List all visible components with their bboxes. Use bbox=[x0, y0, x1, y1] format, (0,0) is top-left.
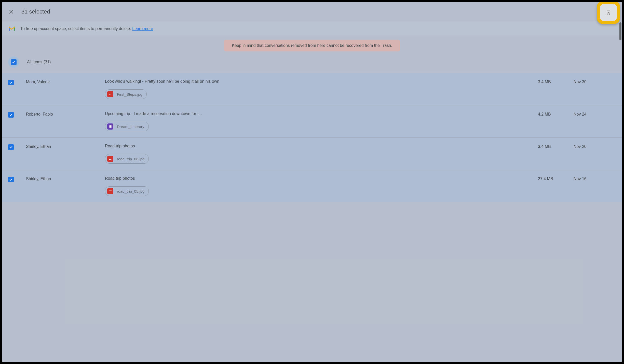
info-text-content: To free up account space, select items t… bbox=[20, 26, 132, 31]
selection-toolbar: 31 selected bbox=[2, 2, 367, 21]
svg-rect-8 bbox=[109, 127, 110, 128]
attachment-name: road_trip_05.jpg bbox=[117, 189, 144, 193]
check-icon bbox=[9, 80, 13, 85]
svg-rect-5 bbox=[110, 125, 112, 126]
sender: Roberto, Fabio bbox=[26, 111, 105, 117]
close-icon[interactable] bbox=[8, 9, 14, 15]
subject: Road trip photos bbox=[105, 144, 367, 148]
list-item[interactable]: Roberto, Fabio Upcoming trip - I made a … bbox=[2, 105, 367, 137]
list-item[interactable]: Shirley, Ethan Road trip photos road_tri… bbox=[2, 170, 367, 202]
sender: Shirley, Ethan bbox=[26, 176, 105, 181]
attachment-name: Dream_Itinerary bbox=[117, 124, 144, 129]
image-icon bbox=[107, 156, 113, 162]
attachment-chip[interactable]: road_trip_05.jpg bbox=[105, 186, 149, 196]
select-all-checkbox[interactable] bbox=[11, 59, 17, 65]
svg-point-10 bbox=[109, 190, 110, 190]
row-checkbox[interactable] bbox=[8, 177, 14, 182]
subject: Look who's walking! - Pretty soon he'll … bbox=[105, 79, 367, 84]
svg-rect-6 bbox=[109, 126, 110, 127]
sender: Shirley, Ethan bbox=[26, 144, 105, 149]
attachment-name: First_Steps.jpg bbox=[117, 92, 142, 96]
check-icon bbox=[9, 113, 13, 117]
item-list: Mom, Valerie Look who's walking! - Prett… bbox=[2, 73, 367, 202]
svg-rect-4 bbox=[109, 125, 110, 126]
row-checkbox[interactable] bbox=[8, 80, 14, 85]
video-icon bbox=[107, 188, 113, 194]
learn-more-link[interactable]: Learn more bbox=[132, 26, 153, 31]
check-icon bbox=[12, 60, 16, 64]
svg-point-11 bbox=[110, 190, 110, 190]
attachment-chip[interactable]: Dream_Itinerary bbox=[105, 122, 149, 131]
subject: Upcoming trip - I made a reservation dow… bbox=[105, 111, 367, 116]
all-items-row: All items (31) bbox=[2, 54, 367, 73]
attachment-chip[interactable]: First_Steps.jpg bbox=[105, 89, 147, 99]
selection-count: 31 selected bbox=[21, 8, 50, 15]
select-all-container bbox=[8, 57, 19, 68]
list-item[interactable]: Mom, Valerie Look who's walking! - Prett… bbox=[2, 73, 367, 105]
svg-point-12 bbox=[111, 190, 111, 190]
sender: Mom, Valerie bbox=[26, 79, 105, 84]
svg-rect-9 bbox=[110, 127, 112, 128]
svg-rect-7 bbox=[110, 126, 112, 127]
attachment-chip[interactable]: road_trip_06.jpg bbox=[105, 154, 149, 164]
all-items-label: All items (31) bbox=[27, 60, 51, 64]
row-checkbox[interactable] bbox=[8, 112, 14, 118]
gmail-icon bbox=[8, 26, 15, 32]
image-icon bbox=[107, 91, 113, 97]
subject: Road trip photos bbox=[105, 176, 367, 181]
doc-icon bbox=[107, 123, 113, 130]
info-text: To free up account space, select items t… bbox=[20, 26, 153, 31]
check-icon bbox=[9, 177, 13, 181]
list-item[interactable]: Shirley, Ethan Road trip photos road_tri… bbox=[2, 137, 367, 170]
check-icon bbox=[9, 145, 13, 149]
row-checkbox[interactable] bbox=[8, 144, 14, 150]
attachment-name: road_trip_06.jpg bbox=[117, 157, 144, 161]
info-banner: To free up account space, select items t… bbox=[2, 21, 367, 36]
warning-banner: Keep in mind that conversations removed … bbox=[224, 40, 367, 51]
